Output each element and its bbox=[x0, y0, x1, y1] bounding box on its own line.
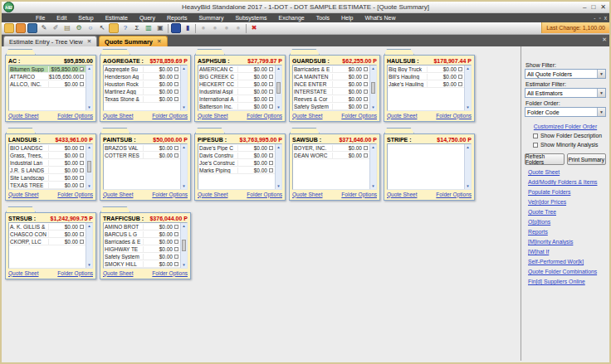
tab-quote-summary[interactable]: Quote Summary✕ bbox=[99, 36, 167, 46]
vendor-row[interactable]: CHASCO CON$0.00 bbox=[9, 231, 86, 238]
vendor-checkbox[interactable] bbox=[80, 82, 84, 86]
vendor-checkbox[interactable] bbox=[269, 168, 273, 172]
quote-sheet-link[interactable]: Quote Sheet bbox=[8, 192, 39, 197]
vendor-row[interactable]: Texas Stone &$0.00 bbox=[104, 95, 180, 103]
close-button[interactable]: ✕ bbox=[600, 3, 606, 11]
vendor-checkbox[interactable] bbox=[174, 153, 178, 158]
estimator-filter-select[interactable]: All Estimators ▼ bbox=[525, 88, 606, 98]
sidebar-link--w-hat-if[interactable]: [W]hat If bbox=[528, 249, 606, 255]
vendor-row[interactable]: AMERICAN C$0.00 bbox=[198, 66, 275, 73]
vendor-row[interactable]: J.R. S LANDS$0.00 bbox=[9, 167, 86, 174]
scroll-up-icon[interactable]: ▲ bbox=[370, 144, 376, 150]
vendor-row[interactable]: Bill's Hauling$0.00 bbox=[388, 73, 464, 80]
tab-close-icon[interactable]: ✕ bbox=[157, 38, 161, 45]
menu-item-reports[interactable]: Reports bbox=[161, 13, 193, 22]
vendor-checkbox[interactable] bbox=[174, 240, 178, 244]
scroll-thumb[interactable] bbox=[371, 82, 375, 94]
vendor-row[interactable]: BARCUS L G$0.00 bbox=[104, 231, 180, 238]
scroll-up-icon[interactable]: ▲ bbox=[465, 144, 471, 150]
sidebar-link-quote-tree[interactable]: Quote Tree bbox=[528, 209, 606, 215]
customized-folder-order-link[interactable]: Customized Folder Order bbox=[525, 124, 606, 129]
vendor-row[interactable]: Barricades & E$0.00 bbox=[293, 66, 369, 73]
checkbox-icon[interactable] bbox=[533, 133, 538, 138]
vertical-scrollbar[interactable]: ▲▼ bbox=[180, 144, 187, 189]
vendor-checkbox[interactable] bbox=[458, 82, 462, 86]
menu-item-help[interactable]: Help bbox=[335, 13, 359, 22]
scroll-down-icon[interactable]: ▼ bbox=[370, 183, 376, 189]
sidebar-link-o-p-tions[interactable]: O[p]tions bbox=[528, 219, 606, 225]
mdi-restore-button[interactable]: ▫ bbox=[599, 13, 600, 22]
vendor-checkbox[interactable] bbox=[364, 146, 368, 150]
nav-prev-icon[interactable]: ● bbox=[210, 23, 220, 33]
vendor-checkbox[interactable] bbox=[174, 255, 178, 259]
vendor-row[interactable]: BIG CREEK C$0.00 bbox=[198, 73, 275, 80]
vendor-row[interactable]: BIO LANDSC$0.00 bbox=[9, 144, 86, 152]
vendor-row[interactable]: A. K. GILLIS &$0.00 bbox=[9, 223, 86, 231]
sidebar-link-populate-folders[interactable]: Populate Folders bbox=[528, 189, 606, 195]
menu-item-setup[interactable]: Setup bbox=[72, 13, 99, 22]
vendor-row[interactable]: Joe's Construc$0.00 bbox=[198, 159, 275, 167]
menu-item-file[interactable]: File bbox=[30, 13, 51, 22]
sidebar-link-add-modify-folders-items[interactable]: Add/Modify Folders & Items bbox=[528, 179, 606, 185]
pen-icon[interactable]: ✐ bbox=[51, 23, 61, 33]
menu-item-what-s-new[interactable]: What's New bbox=[359, 13, 401, 22]
scroll-up-icon[interactable]: ▲ bbox=[86, 144, 92, 150]
show-folder-description-checkbox[interactable]: Show Folder Description bbox=[533, 133, 606, 138]
quote-sheet-link[interactable]: Quote Sheet bbox=[103, 113, 134, 119]
quote-sheet-link[interactable]: Quote Sheet bbox=[292, 113, 323, 119]
vendor-row[interactable]: Dave's Pipe C$0.00 bbox=[198, 144, 275, 152]
scroll-up-icon[interactable]: ▲ bbox=[276, 144, 281, 150]
import-icon[interactable] bbox=[16, 23, 26, 33]
scroll-down-icon[interactable]: ▼ bbox=[86, 183, 92, 189]
sidebar-link--m-inority-analysis[interactable]: [M]inority Analysis bbox=[528, 239, 606, 245]
vendor-row[interactable]: Marks Piping$0.00 bbox=[198, 167, 275, 174]
vendor-checkbox[interactable] bbox=[458, 67, 462, 71]
delete-x-icon[interactable]: ✖ bbox=[249, 23, 259, 33]
scroll-down-icon[interactable]: ▼ bbox=[276, 104, 281, 110]
vendor-checkbox[interactable] bbox=[80, 176, 84, 180]
vendor-checkbox[interactable] bbox=[80, 240, 84, 244]
save-icon[interactable] bbox=[27, 23, 37, 33]
scroll-down-icon[interactable]: ▼ bbox=[86, 104, 92, 110]
quote-sheet-link[interactable]: Quote Sheet bbox=[8, 113, 39, 119]
vendor-checkbox[interactable] bbox=[269, 161, 273, 165]
tab-close-icon[interactable]: ✕ bbox=[87, 38, 91, 45]
scroll-down-icon[interactable]: ▼ bbox=[370, 104, 376, 110]
vertical-scrollbar[interactable]: ▲▼ bbox=[86, 223, 92, 268]
menu-item-subsystems[interactable]: Subsystems bbox=[229, 13, 272, 22]
menu-item-summary[interactable]: Summary bbox=[193, 13, 229, 22]
vendor-checkbox[interactable] bbox=[269, 146, 273, 150]
vendor-checkbox[interactable] bbox=[364, 153, 368, 158]
scroll-down-icon[interactable]: ▼ bbox=[181, 104, 187, 110]
mdi-minimize-button[interactable]: - bbox=[594, 13, 595, 22]
pointer-icon[interactable]: ↖ bbox=[97, 23, 107, 33]
vendor-row[interactable]: ALLCO, INC.$0.00 bbox=[9, 80, 86, 88]
vendor-checkbox[interactable] bbox=[364, 82, 368, 86]
open-folder-icon[interactable] bbox=[4, 23, 14, 33]
vendor-row[interactable]: BRAZOS VAL$0.00 bbox=[104, 144, 180, 152]
vendor-checkbox[interactable] bbox=[364, 90, 368, 94]
vertical-scrollbar[interactable]: ▲▼ bbox=[464, 144, 471, 189]
vendor-row[interactable]: Jake's Hauling$0.00 bbox=[388, 80, 464, 88]
maximize-button[interactable]: □ bbox=[591, 3, 595, 11]
folder-options-link[interactable]: Folder Options bbox=[57, 270, 93, 276]
vendor-checkbox[interactable] bbox=[174, 225, 178, 229]
vendor-checkbox[interactable] bbox=[174, 67, 178, 71]
scroll-down-icon[interactable]: ▼ bbox=[86, 262, 92, 268]
vertical-scrollbar[interactable]: ▲▼ bbox=[369, 66, 376, 110]
help-balloon-icon[interactable]: ? bbox=[120, 23, 130, 33]
folder-icon[interactable] bbox=[109, 23, 119, 33]
vendor-row[interactable]: TEXAS TREE$0.00 bbox=[9, 182, 86, 189]
print-icon[interactable]: ▣ bbox=[155, 23, 165, 33]
checkbox-icon[interactable] bbox=[533, 143, 538, 148]
chevron-down-icon[interactable]: ▼ bbox=[597, 108, 605, 116]
sidebar-link-reports[interactable]: Reports bbox=[528, 229, 606, 235]
folder-options-link[interactable]: Folder Options bbox=[152, 270, 188, 276]
scroll-up-icon[interactable]: ▲ bbox=[181, 66, 187, 71]
vertical-scrollbar[interactable]: ▲▼ bbox=[369, 144, 376, 189]
vendor-checkbox[interactable] bbox=[80, 232, 84, 236]
tabstrip-close-icon[interactable]: ✕ bbox=[602, 36, 607, 43]
vendor-checkbox[interactable] bbox=[174, 146, 178, 150]
folder-options-link[interactable]: Folder Options bbox=[57, 192, 93, 197]
vendor-checkbox[interactable]: ✓ bbox=[80, 67, 84, 71]
